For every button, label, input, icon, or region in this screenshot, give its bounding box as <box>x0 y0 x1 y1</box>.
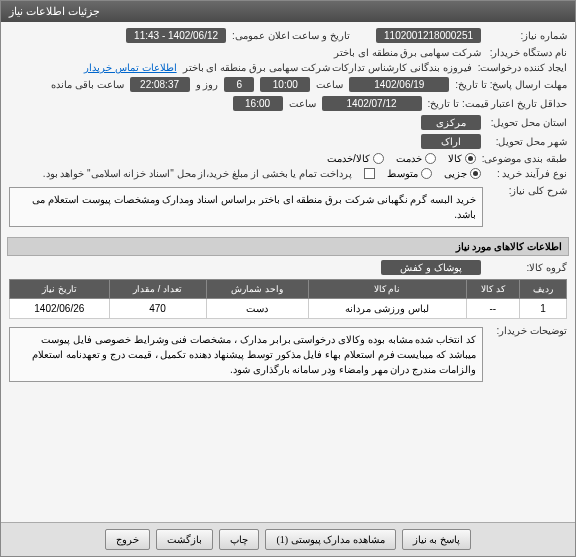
province-label: استان محل تحویل: <box>487 117 567 128</box>
radio-medium[interactable]: متوسط <box>387 168 432 179</box>
title-bar: جزئیات اطلاعات نیاز <box>1 1 575 22</box>
province-value: مرکزی <box>421 115 481 130</box>
cell-code: -- <box>466 299 519 319</box>
days-value: 6 <box>224 77 254 92</box>
time-label-1: ساعت <box>316 79 343 90</box>
days-label: روز و <box>196 79 219 90</box>
announce-label: تاریخ و ساعت اعلان عمومی: <box>232 30 350 41</box>
radio-both[interactable]: کالا/خدمت <box>327 153 384 164</box>
city-label: شهر محل تحویل: <box>487 136 567 147</box>
table-header-row: ردیف کد کالا نام کالا واحد شمارش تعداد /… <box>10 280 567 299</box>
table-row[interactable]: 1 -- لباس ورزشی مردانه دست 470 1402/06/2… <box>10 299 567 319</box>
th-date: تاریخ نیاز <box>10 280 110 299</box>
cell-idx: 1 <box>519 299 566 319</box>
goods-section-header: اطلاعات کالاهای مورد نیاز <box>7 237 569 256</box>
treasury-checkbox[interactable] <box>364 168 375 179</box>
dialog-window: جزئیات اطلاعات نیاز شماره نیاز: 11020012… <box>0 0 576 557</box>
buyer-value: شرکت سهامی برق منطقه ای باختر <box>334 47 481 58</box>
radio-service[interactable]: خدمت <box>396 153 436 164</box>
respond-button[interactable]: پاسخ به نیاز <box>402 529 471 550</box>
time-label-2: ساعت <box>289 98 316 109</box>
radio-goods[interactable]: کالا <box>448 153 476 164</box>
city-value: اراک <box>421 134 481 149</box>
radio-icon <box>465 153 476 164</box>
announce-value: 1402/06/12 - 11:43 <box>126 28 226 43</box>
category-radio-group: کالا خدمت کالا/خدمت <box>327 153 476 164</box>
desc-label: شرح کلی نیاز: <box>487 185 567 196</box>
cell-unit: دست <box>206 299 308 319</box>
window-title: جزئیات اطلاعات نیاز <box>9 5 100 18</box>
need-no-label: شماره نیاز: <box>487 30 567 41</box>
goods-group-value: پوشاک و کفش <box>381 260 481 275</box>
buyer-notes-label: توضیحات خریدار: <box>487 325 567 336</box>
th-code: کد کالا <box>466 280 519 299</box>
back-button[interactable]: بازگشت <box>156 529 213 550</box>
attachments-button[interactable]: مشاهده مدارک پیوستی (1) <box>265 529 395 550</box>
creator-label: ایجاد کننده درخواست: <box>478 62 567 73</box>
remain-label: ساعت باقی مانده <box>51 79 124 90</box>
cell-name: لباس ورزشی مردانه <box>308 299 466 319</box>
creator-value: فیروزه بندگانی کارشناس تدارکات شرکت سهام… <box>183 62 472 73</box>
cell-qty: 470 <box>109 299 206 319</box>
th-qty: تعداد / مقدار <box>109 280 206 299</box>
goods-table: ردیف کد کالا نام کالا واحد شمارش تعداد /… <box>9 279 567 319</box>
radio-minor[interactable]: جزیی <box>444 168 481 179</box>
contact-link[interactable]: اطلاعات تماس خریدار <box>84 62 177 73</box>
radio-icon <box>421 168 432 179</box>
need-no-value: 1102001218000251 <box>376 28 481 43</box>
radio-icon <box>425 153 436 164</box>
print-button[interactable]: چاپ <box>219 529 259 550</box>
purchase-type-group: جزیی متوسط پرداخت تمام یا بخشی از مبلغ خ… <box>43 168 481 179</box>
category-label: طبقه بندی موضوعی: <box>482 153 567 164</box>
valid-label: حداقل تاریخ اعتبار قیمت: تا تاریخ: <box>428 98 567 109</box>
goods-group-label: گروه کالا: <box>487 262 567 273</box>
purchase-type-label: نوع فرآیند خرید : <box>487 168 567 179</box>
footer-buttons: پاسخ به نیاز مشاهده مدارک پیوستی (1) چاپ… <box>1 522 575 556</box>
deadline-time: 10:00 <box>260 77 310 92</box>
cell-date: 1402/06/26 <box>10 299 110 319</box>
desc-text: خرید البسه گرم نگهبانی شرکت برق منطقه ای… <box>9 187 483 227</box>
deadline-label: مهلت ارسال پاسخ: تا تاریخ: <box>455 79 567 90</box>
deadline-date: 1402/06/19 <box>349 77 449 92</box>
remain-time: 22:08:37 <box>130 77 190 92</box>
valid-date: 1402/07/12 <box>322 96 422 111</box>
radio-icon <box>470 168 481 179</box>
radio-icon <box>373 153 384 164</box>
payment-note: پرداخت تمام یا بخشی از مبلغ خرید،از محل … <box>43 168 352 179</box>
th-unit: واحد شمارش <box>206 280 308 299</box>
buyer-label: نام دستگاه خریدار: <box>487 47 567 58</box>
content-area: شماره نیاز: 1102001218000251 تاریخ و ساع… <box>1 22 575 522</box>
th-name: نام کالا <box>308 280 466 299</box>
valid-time: 16:00 <box>233 96 283 111</box>
th-idx: ردیف <box>519 280 566 299</box>
buyer-notes-text: کد انتخاب شده مشابه بوده وکالای درخواستی… <box>9 327 483 382</box>
exit-button[interactable]: خروج <box>105 529 150 550</box>
